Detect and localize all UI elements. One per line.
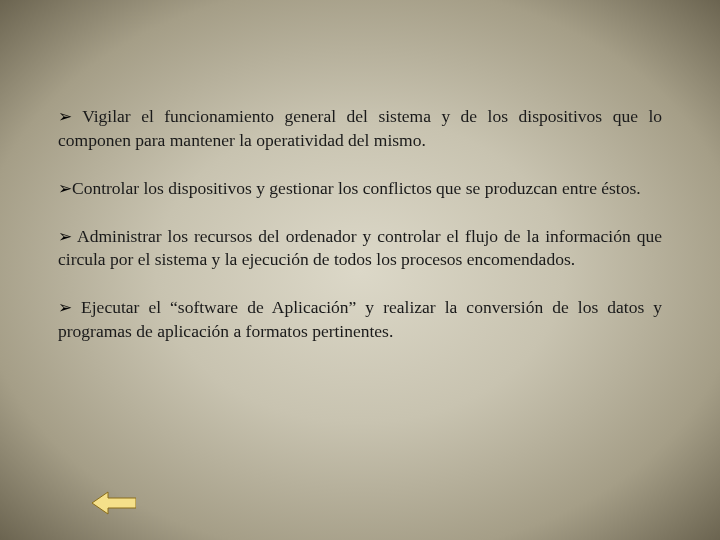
bullet-text: Administrar los recursos del ordenador y…	[58, 226, 662, 270]
list-item: ➢ Vigilar el funcionamiento general del …	[58, 105, 662, 153]
bullet-icon: ➢	[58, 298, 72, 317]
list-item: ➢ Administrar los recursos del ordenador…	[58, 225, 662, 273]
bullet-text: Ejecutar el “software de Aplicación” y r…	[58, 297, 662, 341]
bullet-text: Vigilar el funcionamiento general del si…	[58, 106, 662, 150]
bullet-icon: ➢	[58, 227, 72, 246]
arrow-left-icon	[92, 490, 136, 516]
list-item: ➢Controlar los dispositivos y gestionar …	[58, 177, 662, 201]
bullet-text: Controlar los dispositivos y gestionar l…	[72, 178, 641, 198]
bullet-icon: ➢	[58, 107, 72, 126]
back-arrow-button[interactable]	[92, 490, 136, 516]
list-item: ➢ Ejecutar el “software de Aplicación” y…	[58, 296, 662, 344]
bullet-icon: ➢	[58, 179, 72, 198]
slide-content: ➢ Vigilar el funcionamiento general del …	[0, 0, 720, 344]
